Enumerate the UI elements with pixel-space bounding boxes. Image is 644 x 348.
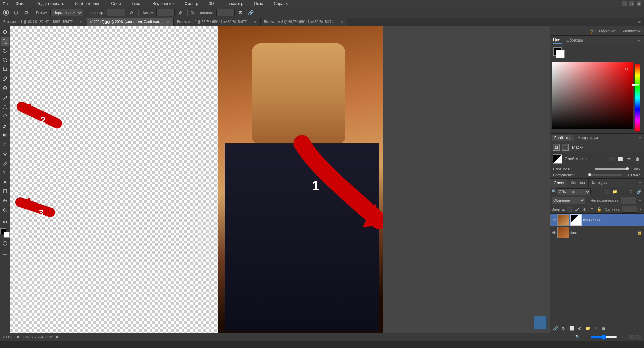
layer-new-btn[interactable]: ⬛: [603, 188, 610, 195]
quick-select-tool[interactable]: [1, 56, 9, 64]
more-tools-btn[interactable]: •••: [1, 218, 9, 226]
layer-1-visibility-icon[interactable]: 👁: [552, 231, 556, 235]
blur-tool[interactable]: [1, 140, 9, 149]
zoom-tool[interactable]: +: [1, 206, 9, 215]
screen-mode-btn[interactable]: [1, 248, 9, 257]
quick-mask-btn[interactable]: [1, 239, 9, 248]
feather-handle[interactable]: [588, 173, 591, 176]
density-slider[interactable]: [595, 168, 628, 170]
layer-item-1[interactable]: 👁 Фон 🔒: [550, 226, 644, 239]
add-layer-btn[interactable]: +: [592, 325, 599, 332]
tab-3-close[interactable]: ✕: [340, 20, 344, 24]
delete-layer-btn[interactable]: 🗑: [600, 325, 607, 332]
mask-visibility-btn[interactable]: 👁: [625, 155, 633, 163]
density-handle[interactable]: [626, 167, 629, 170]
layer-item-0[interactable]: 👁 Фон копия: [550, 214, 644, 226]
zoom-slider[interactable]: [590, 334, 617, 340]
tab-2[interactable]: Без имени-2 @ 66,7% (59147ac489f6d15bf7f…: [174, 18, 261, 26]
swatches-tab[interactable]: Образцы: [566, 37, 583, 43]
color-panel-collapse[interactable]: ≡: [637, 38, 641, 42]
healing-brush-tool[interactable]: [1, 84, 9, 93]
opacity-arrow-btn[interactable]: ▾: [637, 198, 643, 203]
layer-0-visibility-icon[interactable]: 👁: [552, 218, 556, 222]
menu-image[interactable]: Изображение: [72, 1, 103, 7]
pressure-opacity-icon[interactable]: ⊙: [127, 9, 136, 17]
lock-all-btn[interactable]: 🔒: [596, 206, 602, 213]
tool-options-icon[interactable]: ⚙: [22, 9, 30, 17]
props-panel-collapse[interactable]: ≡: [638, 136, 643, 140]
menu-help[interactable]: Справка: [271, 1, 292, 7]
zoom-in-btn[interactable]: +: [621, 335, 623, 339]
menu-edit[interactable]: Редактировать: [34, 1, 67, 7]
flow-input[interactable]: 100%: [156, 9, 175, 16]
tool-brush-icon[interactable]: [2, 9, 10, 17]
color-spectrum[interactable]: [552, 62, 633, 129]
mask-delete-btn[interactable]: 🗑: [634, 155, 641, 163]
menu-view[interactable]: Просмотр: [222, 1, 246, 7]
add-style-btn[interactable]: fx: [560, 325, 567, 332]
gradient-tool[interactable]: [1, 131, 9, 139]
opacity-input2[interactable]: 100%: [621, 197, 636, 204]
lock-transparent-btn[interactable]: ⬛: [566, 206, 572, 213]
airbrush-icon[interactable]: ⊛: [177, 9, 185, 17]
lock-artboard-btn[interactable]: ◻: [589, 206, 595, 213]
channels-tab[interactable]: Каналы: [567, 179, 589, 187]
learn-label[interactable]: Обучение: [599, 29, 616, 33]
lock-image-btn[interactable]: 🖊: [574, 206, 580, 213]
status-arrows-right[interactable]: ▶: [56, 335, 59, 339]
tab-3[interactable]: Без имени-3 @ 66,7% (59147ac489f6d15bf7f…: [261, 18, 347, 26]
tool-small-brush-icon[interactable]: [12, 9, 20, 17]
menu-file[interactable]: Файл: [13, 1, 29, 7]
libraries-label[interactable]: Библиотеки: [621, 29, 641, 33]
rectangular-marquee-tool[interactable]: [1, 37, 9, 46]
mask-subtract-btn[interactable]: ⬜: [616, 155, 624, 163]
type-tool[interactable]: T: [1, 168, 9, 177]
link-layers-btn[interactable]: 🔗: [552, 325, 559, 332]
panels-collapse-btn[interactable]: ≫: [636, 20, 643, 24]
symmetry-icon[interactable]: 🔗: [247, 9, 255, 17]
smoothing-input[interactable]: 10%: [216, 9, 235, 16]
lasso-tool[interactable]: [1, 46, 9, 55]
feather-slider[interactable]: [588, 174, 622, 176]
eyedropper-tool[interactable]: [1, 74, 9, 83]
tab-0-close[interactable]: ✕: [79, 20, 83, 24]
lock-position-btn[interactable]: ✛: [581, 206, 587, 213]
fill-input[interactable]: 100%: [622, 206, 637, 213]
menu-layers[interactable]: Слои: [108, 1, 123, 7]
tab-0[interactable]: Без имени-1 @ 66,7% (59147ac489f6d15bf7f…: [0, 18, 87, 26]
tab-1-close[interactable]: ✕: [166, 20, 170, 24]
background-color[interactable]: [4, 232, 10, 238]
contours-tab[interactable]: Контуры: [589, 179, 611, 187]
menu-window[interactable]: Окно: [251, 1, 266, 7]
layer-type-filter[interactable]: Обычные: [557, 188, 591, 195]
tab-1[interactable]: s1200 (2).jpg @ 200% (Фон копия, Слой-ма…: [87, 18, 174, 26]
shape-tool[interactable]: [1, 187, 9, 196]
canvas-area[interactable]: 1 2 3: [10, 26, 550, 333]
layer-link-btn[interactable]: 🔗: [635, 188, 643, 195]
props-adjustment-icon[interactable]: ⚫: [562, 144, 569, 151]
eraser-tool[interactable]: [1, 121, 9, 130]
dodge-tool[interactable]: [1, 150, 9, 158]
status-arrows-left[interactable]: ◀: [16, 335, 19, 339]
layer-group-btn[interactable]: 📁: [611, 188, 619, 195]
fg-bg-color-picker[interactable]: [0, 228, 10, 238]
layer-type-btn[interactable]: T: [619, 188, 627, 195]
menu-3d[interactable]: 3D: [206, 1, 217, 7]
add-mask-btn[interactable]: ⬜: [568, 325, 575, 332]
bg-color-swatch[interactable]: [556, 50, 565, 58]
zoom-out-btn[interactable]: −: [584, 335, 586, 339]
mask-add-btn[interactable]: ⬛: [608, 155, 615, 163]
fill-arrow-btn[interactable]: ▾: [638, 207, 643, 212]
brush-tool[interactable]: [1, 93, 9, 102]
crop-tool[interactable]: [1, 65, 9, 74]
props-image-icon[interactable]: 🖼: [553, 144, 560, 151]
color-tab[interactable]: Цвет: [553, 37, 562, 44]
layer-0-mask-thumb[interactable]: [570, 214, 582, 226]
props-tab[interactable]: Свойства: [552, 135, 574, 141]
blend-mode-dropdown[interactable]: Обычные: [552, 197, 585, 204]
minimize-button[interactable]: ─: [622, 1, 627, 6]
pen-tool[interactable]: [1, 159, 9, 168]
menu-text[interactable]: Текст: [129, 1, 144, 7]
move-tool[interactable]: [1, 27, 9, 36]
smoothing-settings-icon[interactable]: ⚙: [237, 9, 245, 17]
